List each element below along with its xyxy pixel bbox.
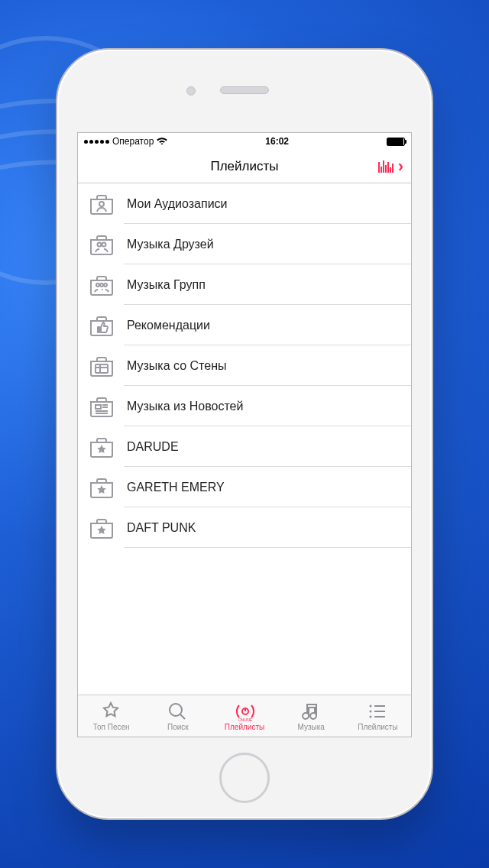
status-time: 16:02 (265, 136, 289, 147)
page-title: Плейлисты (210, 159, 278, 174)
playlist-label: Музыка со Стены (127, 359, 227, 373)
search-icon (167, 701, 189, 721)
tab-online[interactable]: Плейлисты (211, 695, 277, 737)
tab-bar: Топ ПесенПоискПлейлистыМузыкаПлейлисты (78, 695, 411, 737)
signal-icon (84, 140, 109, 144)
playlist-label: Рекомендации (127, 319, 210, 332)
playlist-label: GARETH EMERY (127, 481, 225, 494)
folder-wall-icon (89, 355, 115, 377)
tab-list[interactable]: Плейлисты (345, 695, 411, 737)
playlist-row[interactable]: Музыка из Новостей (78, 386, 411, 426)
playlist-row[interactable]: Музыка Друзей (78, 224, 411, 264)
tab-note[interactable]: Музыка (278, 695, 345, 737)
playlist-label: Музыка из Новостей (127, 400, 243, 413)
folder-news-icon (89, 396, 115, 417)
phone-speaker (220, 86, 269, 94)
playlist-list: Мои АудиозаписиМузыка ДрузейМузыка Групп… (78, 183, 411, 695)
app-screen: Оператор 16:02 Плейлисты › (77, 132, 412, 737)
now-playing-button[interactable]: › (378, 150, 403, 183)
playlist-row[interactable]: DAFT PUNK (78, 507, 411, 548)
battery-icon (387, 138, 405, 146)
carrier-label: Оператор (112, 136, 154, 147)
tab-label: Поиск (167, 723, 189, 731)
tab-label: Топ Песен (93, 723, 130, 731)
wifi-icon (157, 136, 167, 147)
nav-bar: Плейлисты › (78, 150, 411, 183)
folder-star-icon (89, 436, 115, 458)
playlist-row[interactable]: GARETH EMERY (78, 467, 411, 507)
playlist-label: Музыка Друзей (127, 238, 214, 251)
folder-person-icon (89, 193, 115, 215)
chevron-right-icon: › (398, 157, 403, 177)
list-icon (367, 701, 388, 721)
folder-people-icon (89, 234, 115, 255)
playlist-label: DARUDE (127, 440, 179, 454)
tab-label: Плейлисты (225, 723, 264, 731)
folder-thumb-icon (89, 315, 115, 336)
status-bar: Оператор 16:02 (78, 133, 411, 150)
playlist-row[interactable]: Музыка со Стены (78, 345, 411, 386)
tab-label: Музыка (298, 723, 325, 731)
star-icon (101, 701, 122, 721)
folder-group-icon (89, 274, 115, 296)
folder-star-icon (89, 517, 115, 539)
playlist-label: Мои Аудиозаписи (127, 197, 228, 211)
phone-camera (186, 86, 196, 96)
home-button[interactable] (219, 753, 270, 803)
equalizer-icon (378, 160, 393, 173)
tab-label: Плейлисты (358, 723, 397, 731)
phone-frame: Оператор 16:02 Плейлисты › (56, 48, 433, 820)
playlist-row[interactable]: Мои Аудиозаписи (78, 183, 411, 224)
playlist-label: Музыка Групп (127, 278, 206, 292)
tab-search[interactable]: Поиск (144, 695, 211, 737)
playlist-row[interactable]: DARUDE (78, 426, 411, 467)
tab-star[interactable]: Топ Песен (78, 695, 144, 737)
playlist-label: DAFT PUNK (127, 521, 196, 535)
folder-star-icon (89, 477, 115, 498)
online-icon (234, 701, 255, 721)
note-icon (300, 701, 322, 721)
playlist-row[interactable]: Музыка Групп (78, 264, 411, 305)
playlist-row[interactable]: Рекомендации (78, 305, 411, 345)
